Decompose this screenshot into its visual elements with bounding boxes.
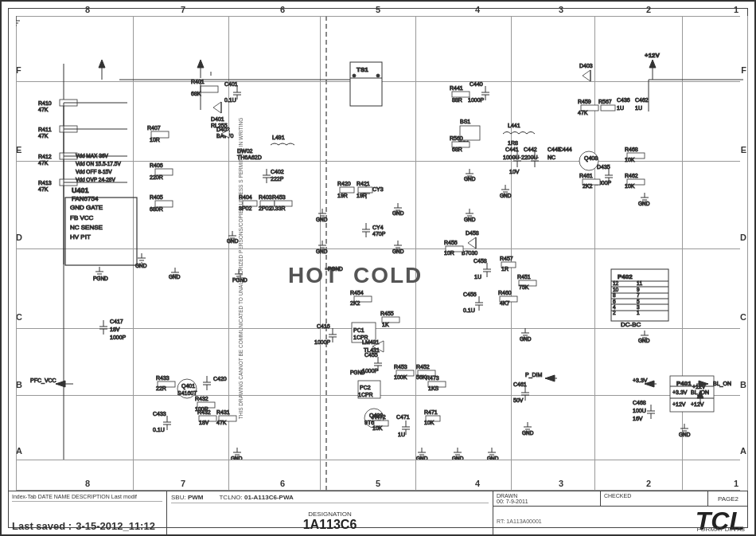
col-label-2b: 2 [646,479,651,488]
svg-text:S4160T: S4160T [177,390,197,396]
svg-text:2K2: 2K2 [583,183,593,189]
svg-point-45 [376,74,380,77]
svg-text:NC: NC [548,155,555,160]
svg-rect-91 [358,187,372,193]
svg-text:220R: 220R [150,174,163,180]
svg-text:4: 4 [613,304,616,310]
col-label-1: 1 [734,5,738,14]
svg-text:R432: R432 [195,396,208,401]
svg-text:DC-BC: DC-BC [621,321,641,328]
svg-text:R452: R452 [416,364,430,370]
svg-text:R405: R405 [150,194,163,200]
svg-text:19R: 19R [357,193,367,198]
svg-text:D435: D435 [597,164,610,170]
svg-text:Vdd OFF   8-15V: Vdd OFF 8-15V [76,169,112,174]
svg-text:C455: C455 [364,352,378,358]
svg-text:68R: 68R [452,147,462,152]
svg-text:680R: 680R [150,206,163,212]
svg-text:R431: R431 [216,409,230,415]
svg-text:L441: L441 [508,123,520,128]
svg-text:PGND: PGND [328,266,343,272]
svg-marker-103 [583,70,590,81]
svg-text:50V: 50V [513,397,524,403]
svg-text:GND: GND [464,176,476,182]
svg-text:+3.3V: +3.3V [672,389,688,395]
svg-text:100U: 100U [633,408,646,413]
drawn-row: DRAWN 00: 7-9-2011 CHECKED PAGE 2 [493,491,748,507]
svg-text:DW02: DW02 [237,148,253,154]
svg-text:7: 7 [637,292,640,298]
svg-text:R461: R461 [579,173,593,178]
svg-text:R451: R451 [517,274,531,280]
svg-text:CY4: CY4 [372,225,384,230]
svg-text:R410: R410 [38,100,52,106]
svg-text:R433: R433 [156,375,170,381]
svg-text:D458: D458 [466,230,479,236]
svg-text:C436: C436 [617,97,630,103]
svg-text:4K7: 4K7 [500,300,510,306]
svg-text:R441: R441 [450,85,463,91]
svg-text:Q401: Q401 [181,383,195,389]
svg-text:1000P: 1000P [468,97,485,103]
svg-text:2: 2 [613,310,616,315]
svg-text:TH6A62D: TH6A62D [237,155,262,160]
svg-text:3P02: 3P02 [239,205,251,211]
svg-text:+12V: +12V [691,401,704,407]
col-label-1b: 1 [734,479,738,488]
svg-text:1R8: 1R8 [508,140,518,146]
svg-text:10K: 10K [424,420,435,425]
schematic-container: THIS DRAWING CANNOT BE COMMUNICATED TO U… [0,0,756,536]
svg-text:C440: C440 [470,81,483,87]
svg-text:0.1U: 0.1U [224,97,236,103]
svg-text:C417: C417 [110,319,123,324]
svg-rect-88 [340,187,354,193]
svg-text:C441: C441 [505,147,519,152]
svg-text:47K: 47K [216,420,227,425]
page-cell: PAGE 2 [708,491,748,506]
svg-text:PC1: PC1 [353,327,364,333]
svg-text:2K2: 2K2 [350,300,360,306]
col-label-4b: 4 [475,479,480,488]
svg-text:R411: R411 [38,127,52,132]
info-section: Index-Tab DATE NAME DESCRIPTION Last mod… [8,491,167,534]
svg-text:R420: R420 [337,181,351,186]
svg-text:0.1U: 0.1U [463,307,475,313]
svg-text:BS1: BS1 [460,119,470,124]
svg-text:1000P: 1000P [314,339,331,345]
svg-text:GND: GND [316,248,328,254]
svg-text:Q408: Q408 [584,155,598,162]
svg-text:1: 1 [637,310,640,315]
col-label-5b: 5 [376,479,380,488]
svg-text:0.33R: 0.33R [271,205,286,211]
col-label-2: 2 [646,5,651,14]
svg-text:19R: 19R [337,193,348,198]
svg-text:47K: 47K [578,110,588,115]
svg-text:GND: GND [452,456,464,460]
svg-marker-107 [649,60,656,68]
svg-text:TS1: TS1 [357,66,368,73]
format-label: FORMAT DIN A3 [696,526,745,533]
svg-text:10: 10 [613,287,619,292]
svg-point-44 [353,74,356,77]
designation-row: DESIGNATION 1A113C6 [171,511,489,532]
svg-text:R413: R413 [38,180,52,186]
svg-text:GND: GND [231,456,243,460]
svg-text:56K: 56K [416,374,427,380]
svg-text:5: 5 [637,299,640,304]
grid-h-a [16,460,740,460]
svg-text:GND: GND [679,432,691,437]
svg-text:+12V: +12V [645,52,661,59]
svg-text:18V: 18V [110,327,120,332]
svg-text:R406: R406 [150,162,163,168]
last-saved-row: Last saved : 3-15-2012_11:12 [12,520,162,532]
svg-text:6: 6 [613,299,616,304]
svg-text:PGND: PGND [232,277,247,283]
svg-text:16V: 16V [633,416,643,421]
svg-text:18V: 18V [199,420,209,425]
svg-text:R403: R403 [259,194,272,200]
svg-text:0.1U: 0.1U [153,427,165,432]
svg-text:2200U: 2200U [521,155,538,160]
bottom-bar: Index-Tab DATE NAME DESCRIPTION Last mod… [8,491,748,534]
col-label-8b: 8 [85,479,90,488]
svg-text:88R: 88R [452,97,462,103]
